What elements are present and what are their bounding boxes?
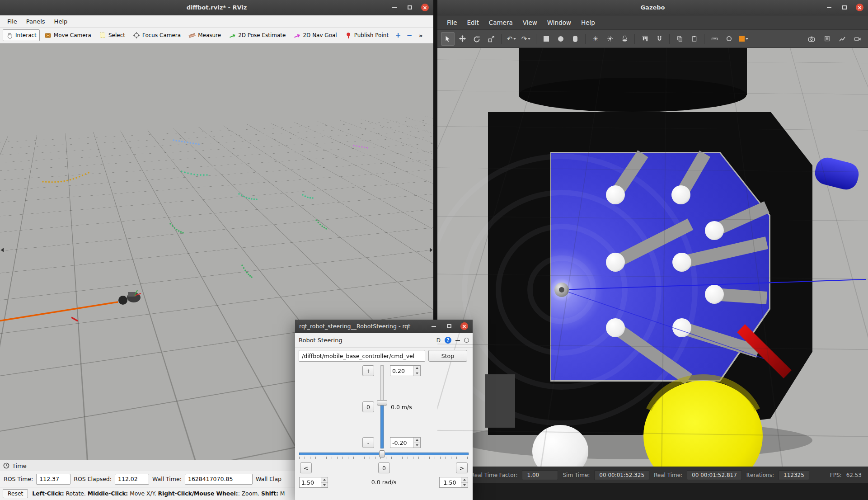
gazebo-menu-help[interactable]: Help	[576, 17, 600, 28]
gazebo-menu-edit[interactable]: Edit	[462, 17, 484, 28]
select-mode-button[interactable]	[441, 32, 455, 46]
joint-ring-button[interactable]	[722, 32, 736, 46]
point-light-button[interactable]	[603, 32, 617, 46]
ros-elapsed-field[interactable]	[115, 474, 149, 485]
angular-min-spinbox[interactable]	[439, 477, 468, 488]
linear-increase-button[interactable]: +	[362, 365, 374, 376]
angular-right-button[interactable]: >	[456, 462, 468, 473]
interact-tool-button[interactable]: Interact	[3, 29, 40, 41]
translate-mode-button[interactable]	[455, 32, 469, 46]
paste-button[interactable]	[687, 32, 701, 46]
linear-max-spinbox[interactable]	[390, 365, 421, 376]
gazebo-scene-layer	[437, 48, 868, 467]
rviz-menu-panels[interactable]: Panels	[22, 17, 50, 26]
insert-cylinder-button[interactable]	[568, 32, 582, 46]
rviz-titlebar[interactable]: diffbot.rviz* - RViz ×	[0, 0, 433, 15]
rviz-maximize-button[interactable]	[406, 4, 414, 12]
align-button[interactable]	[638, 32, 652, 46]
measure-button[interactable]	[708, 32, 721, 46]
robot-lidar-sensor	[554, 283, 569, 297]
add-tool-button[interactable]: +	[393, 30, 403, 41]
spin-arrows[interactable]	[321, 477, 328, 487]
screenshot-button[interactable]	[805, 32, 818, 46]
linear-slider-handle[interactable]	[377, 400, 387, 406]
rviz-minimize-button[interactable]	[390, 4, 399, 12]
publish-point-tool-button[interactable]: Publish Point	[342, 29, 392, 41]
move-camera-tool-button[interactable]: Move Camera	[41, 29, 94, 41]
rqt-titlebar[interactable]: rqt_robot_steering__RobotSteering - rqt …	[295, 320, 473, 333]
gazebo-minimize-button[interactable]	[825, 4, 833, 12]
rotate-mode-button[interactable]	[470, 32, 483, 46]
plugin-close-icon[interactable]	[464, 338, 469, 343]
gazebo-menu-file[interactable]: File	[442, 17, 462, 28]
building-editor-button[interactable]	[737, 32, 750, 46]
wall-time-field[interactable]	[185, 474, 253, 485]
help-button[interactable]: ?	[445, 337, 451, 344]
gazebo-close-button[interactable]: ×	[856, 4, 863, 11]
focus-camera-tool-button[interactable]: Focus Camera	[130, 29, 184, 41]
spin-up-icon	[416, 439, 418, 441]
angular-slider-handle[interactable]	[379, 450, 385, 458]
gazebo-maximize-button[interactable]	[840, 4, 849, 12]
directional-light-button[interactable]: ☀	[589, 32, 602, 46]
remove-tool-button[interactable]: −	[404, 30, 414, 41]
insert-box-button[interactable]	[540, 32, 553, 46]
spin-arrows[interactable]	[413, 366, 420, 376]
ros-time-field[interactable]	[36, 474, 70, 485]
record-video-button[interactable]	[851, 32, 864, 46]
rqt-maximize-button[interactable]	[445, 322, 453, 330]
rviz-menu-help[interactable]: Help	[50, 17, 72, 26]
undock-icon[interactable]	[455, 340, 460, 341]
rqt-close-button[interactable]: ×	[460, 322, 468, 330]
spin-arrows[interactable]	[413, 438, 420, 448]
linear-min-spinbox[interactable]	[390, 437, 421, 448]
rviz-menu-file[interactable]: File	[3, 17, 22, 26]
snap-button[interactable]	[652, 32, 666, 46]
measure-tool-button[interactable]: Measure	[185, 29, 224, 41]
linear-slider-track-upper[interactable]	[380, 365, 384, 403]
data-logger-button[interactable]	[820, 32, 834, 46]
angular-left-button[interactable]: <	[300, 462, 312, 473]
rviz-close-button[interactable]: ×	[421, 4, 429, 11]
left-panel-expand-arrow[interactable]	[1, 248, 4, 252]
insert-sphere-button[interactable]	[554, 32, 568, 46]
spot-light-button[interactable]	[618, 32, 631, 46]
gray-wall-slab	[485, 374, 515, 428]
linear-zero-button[interactable]: 0	[362, 401, 374, 412]
box-icon	[544, 36, 549, 42]
gazebo-titlebar[interactable]: Gazebo ×	[437, 0, 868, 15]
toolbar-overflow-button[interactable]: »	[416, 30, 426, 41]
angular-min-value[interactable]	[440, 477, 461, 487]
right-panel-expand-arrow[interactable]	[430, 248, 432, 252]
undo-button[interactable]: ↶	[505, 32, 518, 46]
spin-arrows[interactable]	[461, 477, 468, 487]
angular-max-spinbox[interactable]	[299, 477, 328, 488]
rqt-minimize-button[interactable]	[430, 322, 438, 330]
gazebo-menu-view[interactable]: View	[518, 17, 542, 28]
linear-decrease-button[interactable]: -	[362, 437, 374, 448]
gazebo-menu-camera[interactable]: Camera	[484, 17, 518, 28]
redo-button[interactable]: ↷	[519, 32, 533, 46]
linear-max-value[interactable]	[390, 366, 413, 376]
reset-button[interactable]: Reset	[3, 489, 28, 498]
stop-button[interactable]: Stop	[428, 350, 467, 362]
dock-badge[interactable]: D	[436, 337, 441, 344]
linear-min-value[interactable]	[390, 438, 413, 448]
cmd-vel-topic-input[interactable]	[299, 350, 425, 362]
copy-button[interactable]	[673, 32, 686, 46]
fps-value: 62.53	[846, 472, 862, 478]
gazebo-menu-window[interactable]: Window	[542, 17, 576, 28]
angular-zero-button[interactable]: 0	[378, 462, 390, 473]
plot-button[interactable]	[835, 32, 849, 46]
angular-max-value[interactable]	[300, 477, 321, 487]
gazebo-toolbar-right-group	[805, 32, 864, 46]
pose-estimate-tool-button[interactable]: 2D Pose Estimate	[225, 29, 289, 41]
wall-elapsed-label: Wall Elap	[256, 476, 282, 482]
gazebo-3d-viewport[interactable]	[437, 48, 868, 467]
select-tool-button[interactable]: Select	[96, 29, 128, 41]
nav-goal-tool-button[interactable]: 2D Nav Goal	[290, 29, 340, 41]
time-panel-title: Time	[12, 462, 27, 469]
scale-mode-button[interactable]	[484, 32, 498, 46]
linear-slider-track-lower[interactable]	[380, 403, 384, 448]
topic-row: Stop	[295, 348, 473, 364]
